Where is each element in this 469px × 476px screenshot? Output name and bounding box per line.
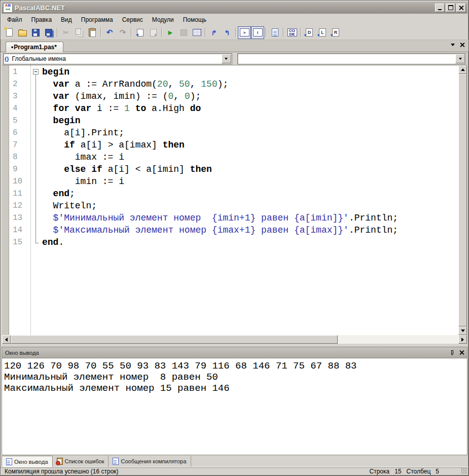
code-lines: 1begin2 var a := ArrRandom(20, 50, 150);… (2, 66, 458, 248)
maximize-button[interactable] (446, 4, 455, 12)
goto-declaration-button[interactable]: L (316, 26, 329, 39)
code-line[interactable]: 10 imin := i (2, 175, 458, 188)
code-line[interactable]: 7 if a[i] > a[imax] then (2, 139, 458, 151)
menu-item-service[interactable]: Сервис (118, 15, 148, 25)
output-line: Минимальный элемент номер 8 равен 50 (4, 372, 465, 383)
menu-item-file[interactable]: Файл (3, 15, 27, 25)
code-line[interactable]: 15end. (2, 236, 458, 248)
scroll-right-button[interactable] (458, 335, 467, 344)
code-line[interactable]: 4 for var i := 1 to a.High do (2, 102, 458, 115)
menu-item-help[interactable]: Помощь (178, 15, 211, 25)
tab-compiler-messages[interactable]: Сообщения компилятора (109, 456, 191, 467)
code-line[interactable]: 3 var (imax, imin) := (0, 0); (2, 90, 458, 102)
scroll-left-button[interactable] (2, 335, 11, 344)
menu-item-program[interactable]: Программа (77, 15, 118, 25)
goto-realization-button[interactable]: R (329, 26, 342, 39)
stop-button (177, 26, 190, 39)
tab-close-icon[interactable] (460, 43, 464, 47)
fold-margin (30, 163, 42, 175)
output-panel-body[interactable]: 120 126 70 98 70 55 50 93 83 143 79 116 … (2, 358, 467, 455)
task-list-button[interactable] (268, 26, 281, 39)
code-line[interactable]: 6 a[i].Print; (2, 127, 458, 139)
document-tab-bar: • Program1.pas* (1, 40, 468, 52)
title-bar[interactable]: ABnet PascalABC.NET (2, 2, 467, 14)
code-line[interactable]: 13 $'Минимальный элемент номер {imin+1} … (2, 212, 458, 224)
code-line[interactable]: 5 begin (2, 115, 458, 127)
line-number: 5 (9, 116, 30, 125)
fold-collapse-button[interactable] (30, 66, 42, 78)
line-number: 8 (9, 153, 30, 162)
toolbar-separator (205, 28, 206, 37)
scroll-up-button[interactable] (458, 65, 467, 74)
arrow-up-icon (461, 68, 465, 71)
menu-item-modules[interactable]: Модули (148, 15, 178, 25)
line-number: 6 (9, 128, 30, 137)
menu-item-view[interactable]: Вид (56, 15, 77, 25)
console-window-toggle[interactable]: > (238, 26, 251, 39)
code-line[interactable]: 1begin (2, 66, 458, 78)
menu-item-edit[interactable]: Правка (27, 15, 57, 25)
output-panel-header[interactable]: Окно вывода (2, 347, 467, 358)
editor-horizontal-scrollbar[interactable] (2, 335, 467, 344)
save-all-button[interactable] (42, 26, 55, 39)
undo-icon (106, 28, 113, 37)
editor-viewport[interactable]: 1begin2 var a := ArrRandom(20, 50, 150);… (2, 65, 467, 335)
outdent-button[interactable]: ↰ (221, 26, 234, 39)
goto-definition-button[interactable]: D (303, 26, 316, 39)
input-grid-button[interactable] (190, 26, 203, 39)
code-line[interactable]: 8 imax := i (2, 151, 458, 163)
new-file-button[interactable] (3, 26, 16, 39)
fold-margin (30, 127, 42, 139)
output-line: 120 126 70 98 70 55 50 93 83 143 79 116 … (4, 360, 465, 372)
open-file-button[interactable] (16, 26, 29, 39)
minimize-icon (438, 9, 442, 10)
scope-combo-dropdown-button[interactable] (222, 54, 231, 63)
tab-program1[interactable]: • Program1.pas* (6, 42, 63, 52)
goto-declaration-icon: L (319, 28, 326, 36)
horizontal-scroll-thumb[interactable] (11, 335, 338, 344)
run-button[interactable] (164, 26, 177, 39)
task-list-icon (272, 28, 278, 36)
save-file-button[interactable] (29, 26, 42, 39)
member-combo-dropdown-button[interactable] (455, 54, 465, 63)
line-number: 2 (9, 80, 30, 89)
member-combo[interactable] (237, 53, 466, 64)
code-templates-button[interactable]: CODE (285, 26, 299, 39)
editor-vertical-scrollbar[interactable] (458, 65, 467, 335)
undo-button[interactable] (103, 26, 116, 39)
nav-back-button[interactable] (133, 26, 147, 39)
fold-margin (30, 224, 42, 236)
fold-margin (30, 139, 42, 151)
minimize-button[interactable] (435, 4, 445, 12)
output-close-icon[interactable] (459, 350, 464, 355)
scroll-down-button[interactable] (458, 326, 467, 335)
resize-grip[interactable] (461, 468, 467, 474)
scope-combo[interactable]: {} Глобальные имена (3, 53, 232, 64)
pin-icon[interactable] (449, 350, 454, 355)
horizontal-scroll-track[interactable] (11, 335, 458, 344)
fold-margin (30, 212, 42, 224)
code-line[interactable]: 11 end; (2, 188, 458, 200)
code-editor[interactable]: 1begin2 var a := ArrRandom(20, 50, 150);… (2, 65, 467, 344)
code-line[interactable]: 9 else if a[i] < a[imin] then (2, 163, 458, 175)
io-window-toggle[interactable]: I (251, 26, 264, 39)
vertical-scroll-thumb[interactable] (458, 74, 467, 326)
code-text: imax := i (42, 152, 124, 162)
new-file-icon (6, 28, 13, 36)
tab-error-list[interactable]: Список ошибок (53, 456, 109, 467)
app-window: ABnet PascalABC.NET ФайлПравкаВидПрограм… (0, 0, 469, 476)
tab-output-window[interactable]: Окно вывода (2, 456, 53, 467)
indent-button[interactable]: ↱ (207, 26, 221, 39)
code-line[interactable]: 12 Writeln; (2, 200, 458, 212)
chevron-down-icon (225, 58, 228, 60)
line-number: 9 (9, 165, 30, 174)
clipboard-error-icon (57, 458, 63, 465)
app-icon: ABnet (3, 3, 13, 13)
code-line[interactable]: 2 var a := ArrRandom(20, 50, 150); (2, 78, 458, 90)
close-button[interactable] (456, 4, 466, 12)
console-window-icon: > (240, 28, 249, 36)
tab-list-chevron-icon[interactable] (451, 44, 455, 46)
code-line[interactable]: 14 $'Максимальный элемент номер {imax+1}… (2, 224, 458, 236)
status-line-label: Строка (370, 468, 390, 475)
paste-button[interactable] (86, 26, 99, 39)
